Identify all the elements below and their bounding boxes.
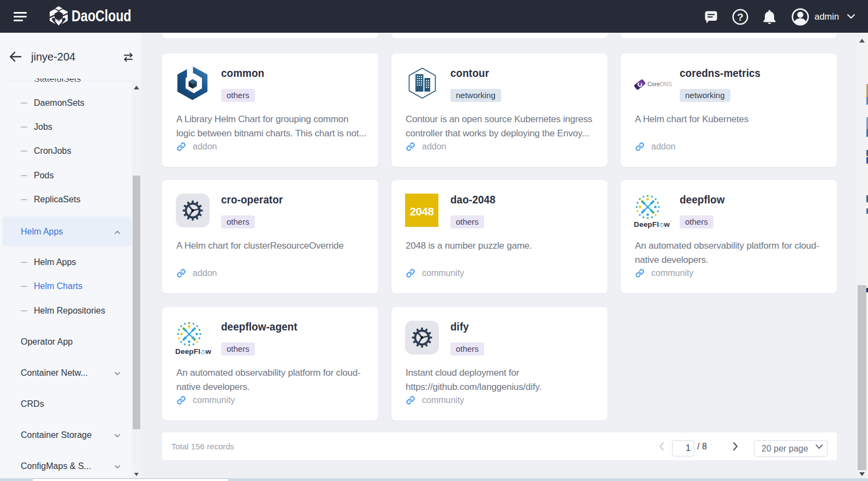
svg-text:?: ?	[737, 11, 744, 23]
